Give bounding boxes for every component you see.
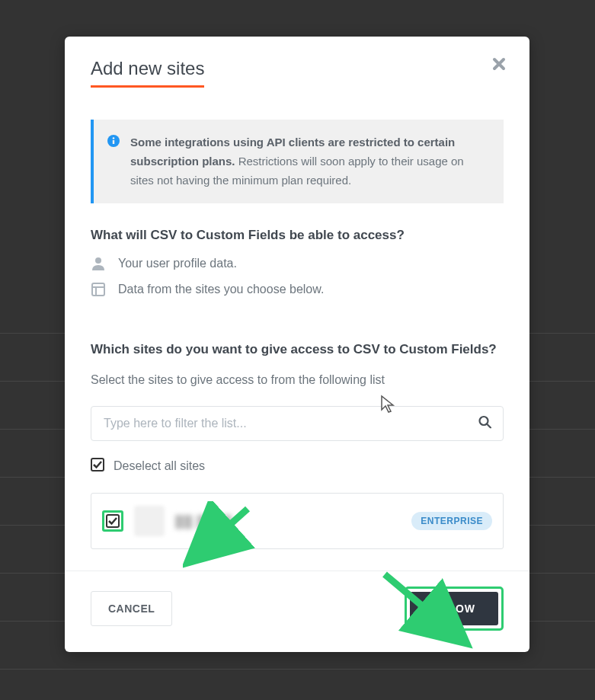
- access-label: Data from the sites you choose below.: [118, 283, 324, 296]
- sites-instruction: Select the sites to give access to from …: [91, 371, 504, 389]
- access-item-profile: Your user profile data.: [91, 257, 504, 270]
- modal-footer: CANCEL ALLOW: [65, 571, 529, 652]
- filter-input[interactable]: [91, 406, 504, 441]
- checkbox-highlight-annotation: [102, 510, 123, 532]
- svg-rect-4: [92, 283, 104, 296]
- allow-button[interactable]: ALLOW: [410, 592, 498, 625]
- modal-title: Add new sites: [91, 58, 204, 88]
- plan-badge: ENTERPRISE: [411, 512, 492, 530]
- site-avatar: [134, 506, 165, 536]
- deselect-label: Deselect all sites: [114, 459, 205, 473]
- user-icon: [91, 257, 106, 270]
- layout-icon: [91, 283, 106, 296]
- site-checkbox[interactable]: [106, 514, 120, 528]
- cancel-button[interactable]: CANCEL: [91, 591, 172, 626]
- modal-header: Add new sites: [65, 37, 529, 88]
- access-item-sites: Data from the sites you choose below.: [91, 283, 504, 296]
- check-icon: [107, 516, 118, 526]
- svg-rect-2: [113, 140, 114, 144]
- info-icon: [107, 135, 120, 190]
- site-name: ██ ████: [175, 515, 401, 528]
- modal-body: Some integrations using API clients are …: [65, 88, 529, 549]
- checkbox-checked-icon: [91, 458, 104, 475]
- close-icon: [491, 56, 507, 72]
- site-row[interactable]: ██ ████ ENTERPRISE: [91, 493, 504, 549]
- sites-heading: Which sites do you want to give access t…: [91, 342, 504, 357]
- svg-point-1: [113, 137, 115, 139]
- info-banner: Some integrations using API clients are …: [91, 120, 504, 203]
- search-icon: [478, 416, 491, 432]
- svg-point-3: [95, 257, 101, 264]
- svg-line-8: [487, 424, 491, 428]
- access-heading: What will CSV to Custom Fields be able t…: [91, 228, 504, 243]
- add-sites-modal: Add new sites Some integrations using AP…: [65, 37, 529, 652]
- filter-wrapper: [91, 406, 504, 441]
- info-text: Some integrations using API clients are …: [130, 133, 488, 190]
- access-label: Your user profile data.: [118, 257, 237, 270]
- deselect-all[interactable]: Deselect all sites: [91, 458, 504, 475]
- allow-highlight-annotation: ALLOW: [405, 587, 504, 631]
- close-button[interactable]: [491, 55, 507, 75]
